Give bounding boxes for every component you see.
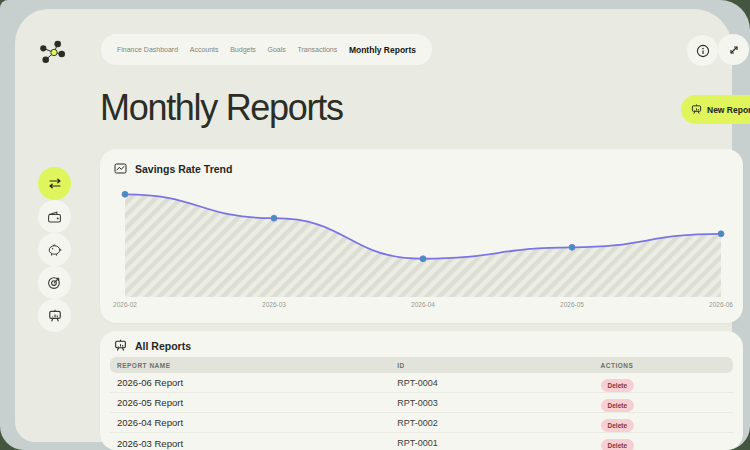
sidebar-item-goals[interactable] bbox=[38, 266, 71, 299]
delete-button[interactable]: Delete bbox=[601, 439, 635, 450]
table-row: 2026-03 ReportRPT-0001Delete bbox=[110, 433, 733, 450]
sidebar-item-reports[interactable] bbox=[38, 299, 71, 332]
nav-item-accounts[interactable]: Accounts bbox=[190, 46, 219, 53]
nav-item-budgets[interactable]: Budgets bbox=[230, 46, 256, 53]
nav-item-goals[interactable]: Goals bbox=[268, 46, 286, 53]
data-point-2026-03 bbox=[271, 215, 277, 221]
sidebar-item-budgets[interactable] bbox=[38, 233, 71, 266]
trend-area-fill bbox=[125, 194, 721, 297]
presentation-board-icon bbox=[48, 309, 62, 323]
sidebar-item-transactions[interactable] bbox=[38, 167, 71, 200]
chart-title: Savings Rate Trend bbox=[135, 163, 232, 175]
delete-button[interactable]: Delete bbox=[601, 399, 635, 412]
presentation-board-icon bbox=[114, 339, 127, 352]
savings-rate-trend-card: Savings Rate Trend 2026-022026-032026-04… bbox=[100, 149, 743, 323]
column-header-actions: ACTIONS bbox=[601, 362, 733, 369]
nav-tabs: Finance DashboardAccountsBudgetsGoalsTra… bbox=[101, 34, 432, 65]
nav-item-transactions[interactable]: Transactions bbox=[297, 46, 337, 53]
swap-arrows-icon bbox=[47, 176, 63, 191]
chart-x-axis-labels: 2026-022026-032026-042026-052026-06 bbox=[115, 301, 728, 310]
table-body: 2026-06 ReportRPT-0004Delete2026-05 Repo… bbox=[110, 373, 733, 450]
column-header-id: ID bbox=[397, 362, 600, 369]
table-header-row: REPORT NAMEIDACTIONS bbox=[110, 357, 733, 373]
table-row: 2026-05 ReportRPT-0003Delete bbox=[110, 393, 733, 413]
info-icon bbox=[696, 44, 710, 58]
x-tick-label: 2026-02 bbox=[113, 301, 137, 308]
target-icon bbox=[47, 275, 62, 290]
nav-item-finance-dashboard[interactable]: Finance Dashboard bbox=[117, 46, 178, 53]
sidebar bbox=[38, 167, 72, 332]
new-report-label: New Report bbox=[707, 105, 750, 115]
expand-button[interactable] bbox=[718, 34, 749, 65]
sidebar-item-accounts[interactable] bbox=[38, 200, 71, 233]
data-point-2026-04 bbox=[420, 256, 426, 262]
report-name: 2026-03 Report bbox=[117, 438, 397, 449]
info-button[interactable] bbox=[687, 35, 718, 66]
table-title: All Reports bbox=[135, 340, 191, 352]
nav-item-monthly-reports[interactable]: Monthly Reports bbox=[349, 45, 416, 55]
report-id: RPT-0001 bbox=[397, 438, 600, 448]
line-chart-icon bbox=[114, 162, 127, 175]
table-row: 2026-04 ReportRPT-0002Delete bbox=[110, 413, 733, 433]
report-id: RPT-0003 bbox=[397, 398, 600, 408]
data-point-2026-02 bbox=[122, 191, 128, 197]
data-point-2026-06 bbox=[718, 231, 724, 237]
report-board-icon bbox=[691, 104, 702, 115]
table-row: 2026-06 ReportRPT-0004Delete bbox=[110, 373, 733, 393]
delete-button[interactable]: Delete bbox=[601, 419, 635, 432]
delete-button[interactable]: Delete bbox=[601, 379, 635, 392]
page-title: Monthly Reports bbox=[100, 87, 343, 129]
x-tick-label: 2026-05 bbox=[560, 301, 584, 308]
report-name: 2026-04 Report bbox=[117, 417, 397, 428]
report-name: 2026-06 Report bbox=[117, 377, 397, 388]
column-header-report-name: REPORT NAME bbox=[117, 362, 397, 369]
report-id: RPT-0004 bbox=[397, 378, 600, 388]
app-logo-icon bbox=[40, 39, 66, 65]
data-point-2026-05 bbox=[569, 244, 575, 250]
wallet-icon bbox=[47, 210, 62, 224]
all-reports-card: All Reports REPORT NAMEIDACTIONS 2026-06… bbox=[100, 331, 743, 450]
report-name: 2026-05 Report bbox=[117, 397, 397, 408]
report-id: RPT-0002 bbox=[397, 418, 600, 428]
x-tick-label: 2026-06 bbox=[709, 301, 733, 308]
piggy-bank-icon bbox=[47, 243, 63, 257]
x-tick-label: 2026-04 bbox=[411, 301, 435, 308]
savings-trend-plot bbox=[115, 185, 728, 297]
x-tick-label: 2026-03 bbox=[262, 301, 286, 308]
main-panel: Finance DashboardAccountsBudgetsGoalsTra… bbox=[15, 9, 732, 442]
new-report-button[interactable]: New Report bbox=[681, 95, 750, 124]
expand-icon bbox=[727, 43, 741, 57]
